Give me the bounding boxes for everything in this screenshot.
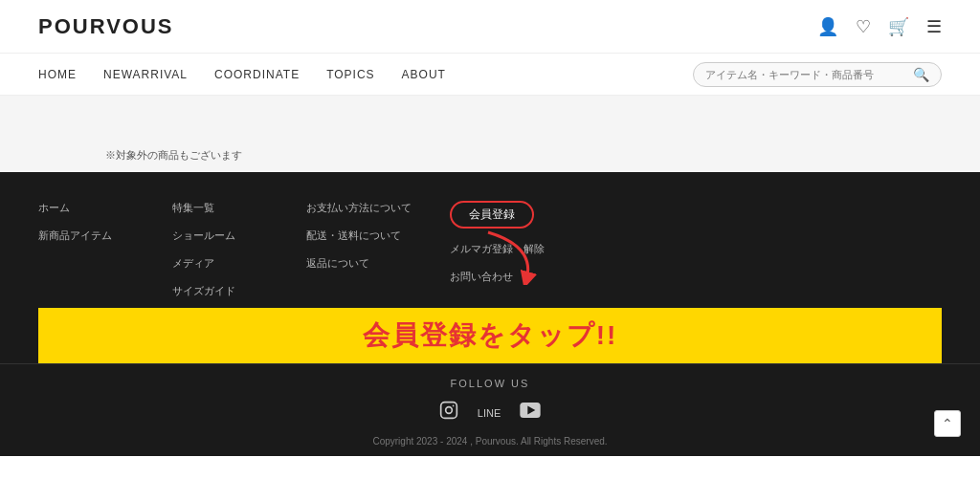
header-icons: 👤 ♡ 🛒 ☰ xyxy=(817,16,942,37)
member-register-button[interactable]: 会員登録 xyxy=(450,201,534,229)
footer-link-features[interactable]: 特集一覧 xyxy=(172,201,268,215)
footer-link-home[interactable]: ホーム xyxy=(38,201,134,215)
footer-link-shipping[interactable]: 配送・送料について xyxy=(306,229,412,243)
nav-newarrival[interactable]: NEWARRIVAL xyxy=(103,68,188,81)
footer: ホーム 新商品アイテム 特集一覧 ショールーム メディア サイズガイド お支払い… xyxy=(0,172,980,456)
nav-about[interactable]: ABOUT xyxy=(402,68,446,81)
search-bar: 🔍 xyxy=(693,62,942,87)
footer-col-4: 会員登録 メルマガ登録・解除 お問い合わせ xyxy=(450,201,546,298)
scroll-to-top-button[interactable]: ⌃ xyxy=(934,410,961,437)
footer-cols-row: ホーム 新商品アイテム 特集一覧 ショールーム メディア サイズガイド お支払い… xyxy=(38,201,942,298)
search-button[interactable]: 🔍 xyxy=(913,67,929,82)
svg-point-2 xyxy=(445,407,452,414)
nav: HOME NEWARRIVAL COORDINATE TOPICS ABOUT … xyxy=(0,54,980,96)
content-area: ※対象外の商品もございます xyxy=(0,96,980,172)
notice-text: ※対象外の商品もございます xyxy=(105,148,242,163)
footer-col-2: 特集一覧 ショールーム メディア サイズガイド xyxy=(172,201,268,298)
footer-link-payment[interactable]: お支払い方法について xyxy=(306,201,412,215)
footer-col-3: お支払い方法について 配送・送料について 返品について xyxy=(306,201,412,298)
nav-links: HOME NEWARRIVAL COORDINATE TOPICS ABOUT xyxy=(38,68,446,81)
nav-home[interactable]: HOME xyxy=(38,68,77,81)
header: POURVOUS 👤 ♡ 🛒 ☰ xyxy=(0,0,980,54)
footer-bottom: FOLLOW US LINE Copyright 2023 - 2024 , P… xyxy=(0,363,980,456)
search-input[interactable] xyxy=(705,69,913,80)
logo[interactable]: POURVOUS xyxy=(38,14,174,39)
footer-link-showroom[interactable]: ショールーム xyxy=(172,229,268,243)
footer-link-returns[interactable]: 返品について xyxy=(306,256,412,271)
footer-link-media[interactable]: メディア xyxy=(172,256,268,271)
footer-col-1: ホーム 新商品アイテム xyxy=(38,201,134,298)
cart-icon[interactable]: 🛒 xyxy=(888,16,909,37)
menu-icon[interactable]: ☰ xyxy=(926,16,942,37)
youtube-icon[interactable] xyxy=(520,403,541,423)
svg-rect-1 xyxy=(440,403,457,419)
follow-us-label: FOLLOW US xyxy=(0,378,980,389)
footer-link-newsletter[interactable]: メルマガ登録・解除 xyxy=(450,242,546,256)
nav-topics[interactable]: TOPICS xyxy=(326,68,374,81)
heart-icon[interactable]: ♡ xyxy=(856,16,871,37)
instagram-icon[interactable] xyxy=(439,401,458,425)
footer-main: ホーム 新商品アイテム 特集一覧 ショールーム メディア サイズガイド お支払い… xyxy=(0,172,980,363)
nav-coordinate[interactable]: COORDINATE xyxy=(214,68,300,81)
line-label[interactable]: LINE xyxy=(478,407,501,419)
footer-link-newitems[interactable]: 新商品アイテム xyxy=(38,229,134,243)
user-icon[interactable]: 👤 xyxy=(817,16,838,37)
yellow-banner: 会員登録をタップ!! xyxy=(38,308,942,363)
member-register-wrapper: 会員登録 xyxy=(450,201,546,229)
footer-link-sizeguide[interactable]: サイズガイド xyxy=(172,284,268,298)
copyright: Copyright 2023 - 2024 , Pourvous. All Ri… xyxy=(0,436,980,447)
footer-link-contact[interactable]: お問い合わせ xyxy=(450,270,546,284)
social-icons: LINE xyxy=(0,401,980,425)
svg-point-3 xyxy=(453,405,455,407)
